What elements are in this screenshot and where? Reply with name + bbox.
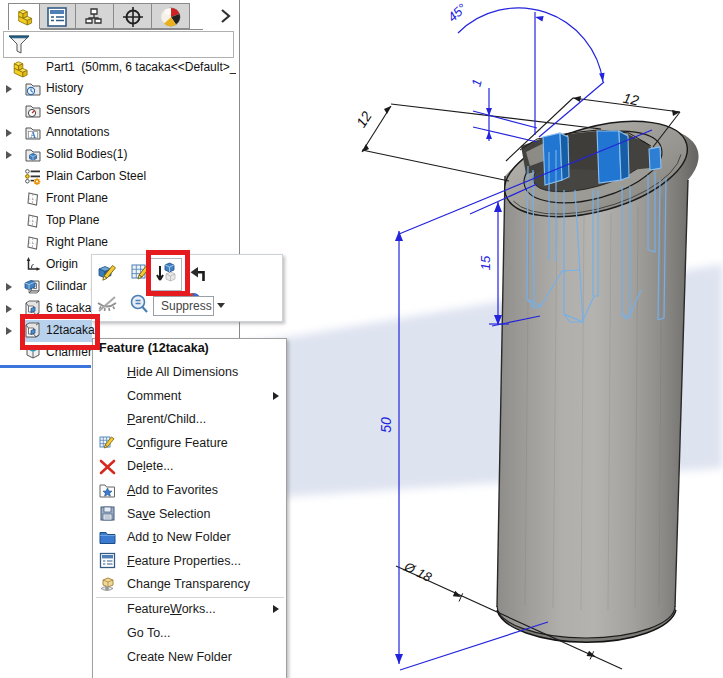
svg-text:12: 12 xyxy=(622,90,641,109)
svg-text:1: 1 xyxy=(468,77,484,88)
svg-text:45°: 45° xyxy=(445,1,470,25)
svg-text:12: 12 xyxy=(353,108,375,130)
svg-text:50: 50 xyxy=(378,417,394,433)
svg-text:15: 15 xyxy=(478,255,493,270)
svg-text:A: A xyxy=(30,131,36,140)
